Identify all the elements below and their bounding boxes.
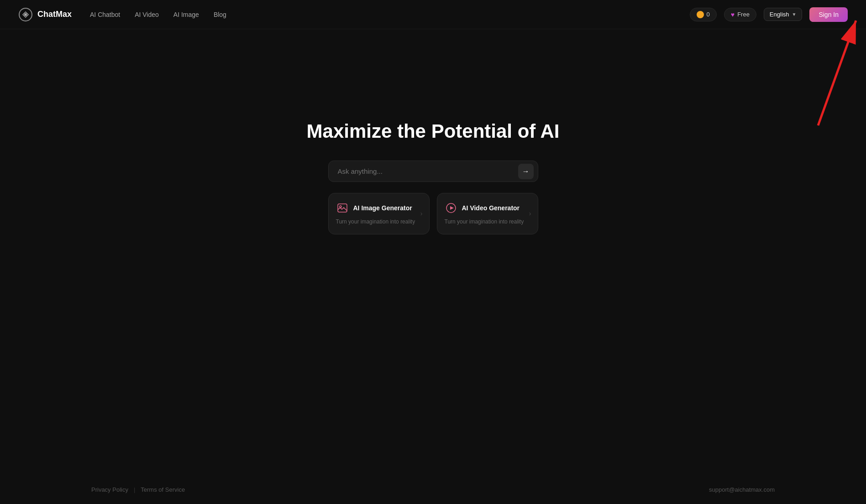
ai-image-card[interactable]: AI Image Generator Turn your imagination… <box>328 193 430 234</box>
card-header: AI Video Generator <box>445 202 530 214</box>
nav-link-blog[interactable]: Blog <box>214 11 226 18</box>
ai-video-title: AI Video Generator <box>462 204 520 212</box>
cards-row: AI Image Generator Turn your imagination… <box>328 193 538 234</box>
footer-links: Privacy Policy | Terms of Service <box>91 486 185 493</box>
hero-title: Maximize the Potential of AI <box>307 120 560 142</box>
privacy-policy-link[interactable]: Privacy Policy <box>91 486 128 493</box>
card-arrow-icon: › <box>420 210 423 217</box>
language-selector[interactable]: English ▼ <box>764 8 803 21</box>
image-generator-icon <box>336 202 349 214</box>
navbar: ChatMax AI Chatbot AI Video AI Image Blo… <box>0 0 866 29</box>
card-header: AI Image Generator <box>336 202 422 214</box>
footer-divider: | <box>134 486 135 493</box>
chevron-down-icon: ▼ <box>792 12 797 17</box>
nav-link-ai-chatbot[interactable]: AI Chatbot <box>90 11 120 18</box>
nav-link-ai-video[interactable]: AI Video <box>135 11 159 18</box>
logo[interactable]: ChatMax <box>18 7 72 22</box>
search-button[interactable]: → <box>518 164 534 179</box>
coin-icon <box>697 11 704 18</box>
navbar-right: 0 ♥ Free English ▼ Sign In <box>690 7 848 22</box>
footer: Privacy Policy | Terms of Service suppor… <box>0 475 866 504</box>
free-badge[interactable]: ♥ Free <box>724 8 756 21</box>
coins-badge[interactable]: 0 <box>690 8 717 21</box>
coins-count: 0 <box>707 11 710 18</box>
search-container: → <box>328 161 538 182</box>
search-input[interactable] <box>328 161 538 182</box>
video-generator-icon <box>445 202 457 214</box>
nav-links: AI Chatbot AI Video AI Image Blog <box>90 11 226 18</box>
main-content: Maximize the Potential of AI → AI Image … <box>0 29 866 234</box>
heart-icon: ♥ <box>731 11 735 18</box>
svg-marker-5 <box>450 206 454 210</box>
ai-image-subtitle: Turn your imagination into reality <box>336 218 422 226</box>
footer-email: support@aichatmax.com <box>709 486 775 493</box>
language-label: English <box>770 11 789 18</box>
arrow-right-icon: → <box>522 167 530 176</box>
brand-name: ChatMax <box>37 10 72 19</box>
ai-video-card[interactable]: AI Video Generator Turn your imagination… <box>437 193 538 234</box>
svg-point-1 <box>24 13 27 16</box>
navbar-left: ChatMax AI Chatbot AI Video AI Image Blo… <box>18 7 226 22</box>
ai-video-subtitle: Turn your imagination into reality <box>445 218 530 226</box>
plan-label: Free <box>737 11 750 18</box>
card-arrow-icon: › <box>529 210 531 217</box>
signin-button[interactable]: Sign In <box>809 7 848 22</box>
terms-of-service-link[interactable]: Terms of Service <box>141 486 185 493</box>
logo-icon <box>18 7 33 22</box>
ai-image-title: AI Image Generator <box>353 204 412 212</box>
nav-link-ai-image[interactable]: AI Image <box>173 11 199 18</box>
